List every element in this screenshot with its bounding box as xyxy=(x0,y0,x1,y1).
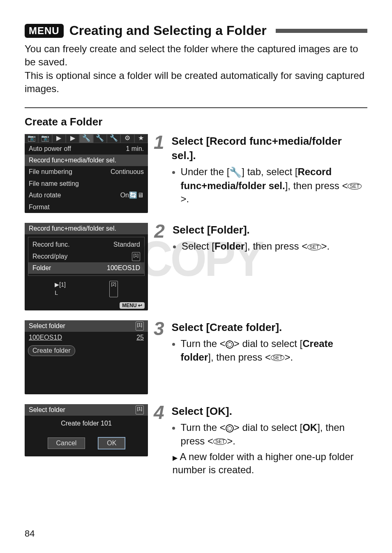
text: ], then press < xyxy=(244,241,307,252)
screen-header: Select folder[1] xyxy=(25,320,148,332)
step-4-heading: Select [OK]. xyxy=(172,404,367,419)
step-1-text: Select [Record func+media/folder sel.]. … xyxy=(172,134,367,213)
section-subhead: Create a Folder xyxy=(25,116,367,128)
text: Select [ xyxy=(182,241,214,252)
step-1: 📷 📷 ▶ ▶ 🔧 🔧 🔧 ⚙ ★ Auto power off1 min. R… xyxy=(25,134,367,213)
step-4-text: Select [OK]. Turn the <> dial to select … xyxy=(172,404,367,479)
intro-p2: This is optional since a folder will be … xyxy=(25,69,367,96)
text: > dial to select [ xyxy=(234,338,302,349)
set-icon: SET xyxy=(213,438,227,445)
folder-row: 100EOS1D25 xyxy=(25,332,148,343)
text: Turn the < xyxy=(181,422,226,433)
step-3-heading: Select [Create folder]. xyxy=(172,320,367,335)
tab-icon: ⚙ xyxy=(120,134,134,143)
menu-badge: MENU xyxy=(25,24,64,38)
header-text: Select folder xyxy=(29,322,65,331)
step-number-3: 3 xyxy=(154,320,164,394)
menu-label: Format xyxy=(29,203,50,212)
menu-row-selected: Folder100EOS1D xyxy=(28,262,144,274)
text: A new folder with a higher one-up folder… xyxy=(173,451,354,475)
menu-label: Record/play xyxy=(32,252,67,261)
menu-value: 100EOS1D xyxy=(107,264,140,273)
ok-button: OK xyxy=(98,437,125,449)
set-icon: SET xyxy=(271,354,284,361)
menu-value: On🔄🖥 xyxy=(120,191,144,200)
card-icon: [1] xyxy=(136,322,144,331)
tab-icon: 📷 xyxy=(38,134,52,143)
text: >. xyxy=(321,241,330,252)
text: ] tab, select [ xyxy=(242,166,297,177)
menu-label: File name setting xyxy=(29,179,79,188)
folder-count: 25 xyxy=(136,333,144,342)
text: ], then press < xyxy=(208,352,271,363)
menu-back-label: MENU ↩ xyxy=(120,302,145,309)
step-number-2: 2 xyxy=(154,223,165,310)
header-text: Select folder xyxy=(29,405,65,414)
step-4-bullet-1: Turn the <> dial to select [OK], then pr… xyxy=(181,421,367,448)
text: > dial to select [ xyxy=(234,422,302,433)
confirm-buttons: Cancel OK xyxy=(25,432,148,456)
text: ], then press < xyxy=(285,180,348,191)
set-icon: SET xyxy=(348,183,361,190)
menu-value: 1 min. xyxy=(126,144,144,153)
step-1-bullet: Under the [🔧] tab, select [Record func+m… xyxy=(181,165,367,206)
menu-row: Format xyxy=(25,201,148,213)
step-1-heading: Select [Record func+media/folder sel.]. xyxy=(172,134,367,163)
menu-row: File name setting xyxy=(25,178,148,190)
menu-label: File numbering xyxy=(29,167,72,176)
menu-label: Folder xyxy=(32,264,51,273)
folder-name: 100EOS1D xyxy=(29,333,62,342)
intro-text: You can freely create and select the fol… xyxy=(25,42,367,96)
menu-value: Standard xyxy=(113,240,140,249)
screenshot-2: Record func+media/folder sel. Record fun… xyxy=(25,223,148,310)
step-3-text: Select [Create folder]. Turn the <> dial… xyxy=(172,320,367,394)
tab-icon: ▶ xyxy=(66,134,79,143)
menu-row: Record/play[1] xyxy=(28,251,144,262)
menu-label: Auto power off xyxy=(29,144,71,153)
title-rule xyxy=(276,29,367,33)
step-3: Select folder[1] 100EOS1D25 Create folde… xyxy=(25,320,367,394)
wrench-icon: 🔧 xyxy=(229,166,242,179)
menu-row-selected: Record func+media/folder sel. xyxy=(25,155,148,166)
tab-icon: 📷 xyxy=(25,134,38,143)
step-4: Select folder[1] Create folder 101 Cance… xyxy=(25,404,367,479)
card-icon: [1] xyxy=(136,405,144,414)
screenshot-4: Select folder[1] Create folder 101 Cance… xyxy=(25,404,148,479)
set-icon: SET xyxy=(307,244,321,250)
step-2-bullet: Select [Folder], then press <SET>. xyxy=(182,240,330,253)
menu-value: Continuous xyxy=(111,167,144,176)
dial-icon xyxy=(226,424,234,433)
step-2-heading: Select [Folder]. xyxy=(173,223,330,237)
page-title-row: MENU Creating and Selecting a Folder xyxy=(25,23,367,38)
card-icon: ▶[1] xyxy=(55,281,66,289)
intro-p1: You can freely create and select the fol… xyxy=(25,42,367,69)
tab-icon: 🔧 xyxy=(107,134,120,143)
menu-row: Auto rotateOn🔄🖥 xyxy=(25,190,148,201)
horizontal-rule xyxy=(25,107,367,108)
step-2-text: Select [Folder]. Select [Folder], then p… xyxy=(173,223,330,310)
tab-icon: ★ xyxy=(134,134,148,143)
text: >. xyxy=(227,435,235,447)
cancel-button: Cancel xyxy=(48,437,85,449)
tab-icon: ▶ xyxy=(52,134,66,143)
menu-label: Record func+media/folder sel. xyxy=(29,156,116,165)
text: >. xyxy=(284,352,293,363)
screen-header: Select folder[1] xyxy=(25,404,148,416)
step-2: Record func+media/folder sel. Record fun… xyxy=(25,223,367,310)
text: Turn the < xyxy=(181,338,226,349)
tab-icon: 🔧 xyxy=(93,134,107,143)
bold-item: Folder xyxy=(214,241,244,252)
menu-back: MENU ↩ xyxy=(25,300,148,310)
text: Under the [ xyxy=(181,166,230,177)
menu-label: Record func. xyxy=(32,240,70,249)
step-3-bullet: Turn the <> dial to select [Create folde… xyxy=(181,337,367,364)
create-folder-pill: Create folder xyxy=(28,345,75,356)
bold-item: OK xyxy=(302,422,317,433)
page-title: Creating and Selecting a Folder xyxy=(69,23,267,38)
menu-label: Auto rotate xyxy=(29,191,61,200)
screenshot-1: 📷 📷 ▶ ▶ 🔧 🔧 🔧 ⚙ ★ Auto power off1 min. R… xyxy=(25,134,148,213)
menu-row: File numberingContinuous xyxy=(25,166,148,178)
screenshot-3: Select folder[1] 100EOS1D25 Create folde… xyxy=(25,320,148,394)
menu-tabs: 📷 📷 ▶ ▶ 🔧 🔧 🔧 ⚙ ★ xyxy=(25,134,148,143)
card-icons-row: ▶[1]L [2] xyxy=(25,278,148,299)
